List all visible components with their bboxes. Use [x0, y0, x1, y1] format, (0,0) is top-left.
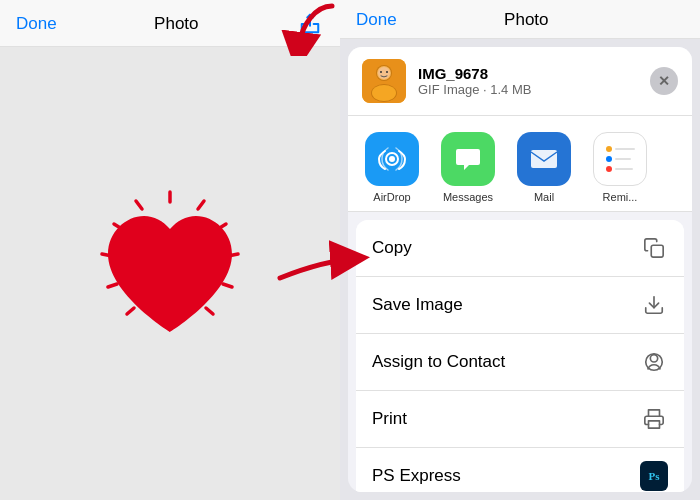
file-meta: IMG_9678 GIF Image · 1.4 MB	[418, 65, 650, 97]
close-button[interactable]: ✕	[650, 67, 678, 95]
svg-point-22	[389, 156, 395, 162]
save-image-label: Save Image	[372, 295, 463, 315]
ps-express-icon: Ps	[640, 462, 668, 490]
svg-line-8	[136, 201, 142, 209]
photo-area	[0, 47, 340, 500]
print-icon	[640, 405, 668, 433]
right-done-button[interactable]: Done	[356, 10, 397, 30]
thumbnail-image	[362, 59, 406, 103]
svg-point-26	[650, 355, 657, 362]
assign-contact-label: Assign to Contact	[372, 352, 505, 372]
svg-point-19	[380, 71, 382, 73]
messages-icon	[441, 132, 495, 186]
svg-line-6	[223, 284, 232, 287]
file-info-row: IMG_9678 GIF Image · 1.4 MB ✕	[348, 47, 692, 116]
save-image-action[interactable]: Save Image	[356, 277, 684, 334]
mail-icon	[517, 132, 571, 186]
action-list: Copy Save Image	[356, 220, 684, 492]
mail-app-item[interactable]: Mail	[508, 132, 580, 203]
right-nav: Done Photo	[340, 0, 700, 39]
svg-line-12	[127, 308, 134, 314]
svg-rect-24	[651, 245, 663, 257]
copy-icon	[640, 234, 668, 262]
assign-contact-action[interactable]: Assign to Contact	[356, 334, 684, 391]
print-action[interactable]: Print	[356, 391, 684, 448]
svg-point-17	[372, 85, 396, 101]
photo-nav-title: Photo	[57, 14, 296, 34]
svg-point-20	[386, 71, 388, 73]
heart-image	[80, 184, 260, 364]
mail-icon-svg	[528, 143, 560, 175]
messages-icon-svg	[452, 143, 484, 175]
airdrop-label: AirDrop	[373, 191, 410, 203]
right-nav-title: Photo	[504, 10, 548, 30]
ps-express-label: PS Express	[372, 466, 461, 486]
photo-nav: Done Photo	[0, 0, 340, 47]
file-thumbnail	[362, 59, 406, 103]
svg-rect-28	[649, 421, 660, 428]
airdrop-icon-svg	[377, 144, 407, 174]
airdrop-app-item[interactable]: AirDrop	[356, 132, 428, 203]
svg-rect-23	[531, 150, 557, 168]
mail-label: Mail	[534, 191, 554, 203]
save-icon	[640, 291, 668, 319]
ps-express-action[interactable]: PS Express Ps	[356, 448, 684, 492]
svg-line-7	[206, 308, 213, 314]
right-panel: Done Photo	[340, 0, 700, 500]
reminders-icon	[593, 132, 647, 186]
copy-action[interactable]: Copy	[356, 220, 684, 277]
svg-line-3	[198, 201, 204, 209]
ps-icon-badge: Ps	[640, 461, 668, 491]
airdrop-icon	[365, 132, 419, 186]
print-label: Print	[372, 409, 407, 429]
app-icons-row: AirDrop Messages Mail	[348, 116, 692, 212]
file-type: GIF Image · 1.4 MB	[418, 82, 650, 97]
share-button[interactable]	[296, 10, 324, 38]
file-name: IMG_9678	[418, 65, 650, 82]
reminders-label: Remi...	[603, 191, 638, 203]
assign-contact-icon	[640, 348, 668, 376]
done-button[interactable]: Done	[16, 14, 57, 34]
share-icon	[299, 13, 321, 35]
share-sheet: IMG_9678 GIF Image · 1.4 MB ✕	[348, 47, 692, 492]
svg-line-11	[108, 284, 117, 287]
reminders-app-item[interactable]: Remi...	[584, 132, 656, 203]
messages-label: Messages	[443, 191, 493, 203]
copy-label: Copy	[372, 238, 412, 258]
messages-app-item[interactable]: Messages	[432, 132, 504, 203]
left-panel: Done Photo	[0, 0, 340, 500]
